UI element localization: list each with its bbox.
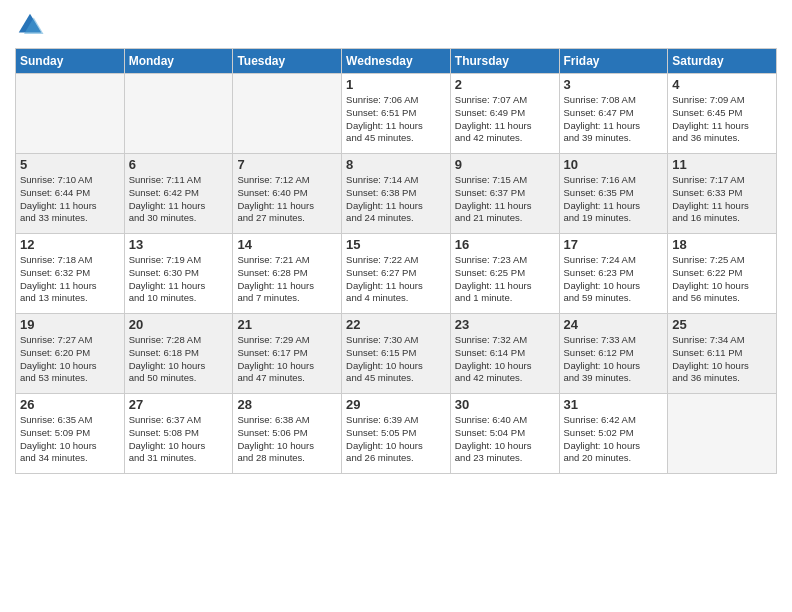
cell-info: Sunrise: 7:27 AM Sunset: 6:20 PM Dayligh… [20, 334, 120, 385]
calendar-cell: 15Sunrise: 7:22 AM Sunset: 6:27 PM Dayli… [342, 234, 451, 314]
cell-info: Sunrise: 7:32 AM Sunset: 6:14 PM Dayligh… [455, 334, 555, 385]
calendar-cell: 3Sunrise: 7:08 AM Sunset: 6:47 PM Daylig… [559, 74, 668, 154]
logo-icon [15, 10, 45, 40]
day-number: 19 [20, 317, 120, 332]
weekday-header-friday: Friday [559, 49, 668, 74]
calendar-cell: 30Sunrise: 6:40 AM Sunset: 5:04 PM Dayli… [450, 394, 559, 474]
cell-info: Sunrise: 7:12 AM Sunset: 6:40 PM Dayligh… [237, 174, 337, 225]
day-number: 22 [346, 317, 446, 332]
calendar-cell: 18Sunrise: 7:25 AM Sunset: 6:22 PM Dayli… [668, 234, 777, 314]
cell-info: Sunrise: 7:15 AM Sunset: 6:37 PM Dayligh… [455, 174, 555, 225]
calendar-cell: 13Sunrise: 7:19 AM Sunset: 6:30 PM Dayli… [124, 234, 233, 314]
cell-info: Sunrise: 7:10 AM Sunset: 6:44 PM Dayligh… [20, 174, 120, 225]
cell-info: Sunrise: 7:34 AM Sunset: 6:11 PM Dayligh… [672, 334, 772, 385]
calendar-cell: 10Sunrise: 7:16 AM Sunset: 6:35 PM Dayli… [559, 154, 668, 234]
calendar-header-row: SundayMondayTuesdayWednesdayThursdayFrid… [16, 49, 777, 74]
calendar-week-row: 26Sunrise: 6:35 AM Sunset: 5:09 PM Dayli… [16, 394, 777, 474]
page-header [15, 10, 777, 40]
cell-info: Sunrise: 7:16 AM Sunset: 6:35 PM Dayligh… [564, 174, 664, 225]
calendar-cell: 16Sunrise: 7:23 AM Sunset: 6:25 PM Dayli… [450, 234, 559, 314]
cell-info: Sunrise: 7:07 AM Sunset: 6:49 PM Dayligh… [455, 94, 555, 145]
day-number: 5 [20, 157, 120, 172]
day-number: 23 [455, 317, 555, 332]
day-number: 24 [564, 317, 664, 332]
cell-info: Sunrise: 7:11 AM Sunset: 6:42 PM Dayligh… [129, 174, 229, 225]
day-number: 2 [455, 77, 555, 92]
cell-info: Sunrise: 6:35 AM Sunset: 5:09 PM Dayligh… [20, 414, 120, 465]
cell-info: Sunrise: 7:25 AM Sunset: 6:22 PM Dayligh… [672, 254, 772, 305]
cell-info: Sunrise: 7:09 AM Sunset: 6:45 PM Dayligh… [672, 94, 772, 145]
weekday-header-saturday: Saturday [668, 49, 777, 74]
calendar-cell: 7Sunrise: 7:12 AM Sunset: 6:40 PM Daylig… [233, 154, 342, 234]
calendar-cell: 19Sunrise: 7:27 AM Sunset: 6:20 PM Dayli… [16, 314, 125, 394]
day-number: 25 [672, 317, 772, 332]
cell-info: Sunrise: 6:39 AM Sunset: 5:05 PM Dayligh… [346, 414, 446, 465]
calendar-week-row: 1Sunrise: 7:06 AM Sunset: 6:51 PM Daylig… [16, 74, 777, 154]
cell-info: Sunrise: 7:30 AM Sunset: 6:15 PM Dayligh… [346, 334, 446, 385]
day-number: 12 [20, 237, 120, 252]
day-number: 15 [346, 237, 446, 252]
cell-info: Sunrise: 6:42 AM Sunset: 5:02 PM Dayligh… [564, 414, 664, 465]
cell-info: Sunrise: 7:21 AM Sunset: 6:28 PM Dayligh… [237, 254, 337, 305]
cell-info: Sunrise: 6:38 AM Sunset: 5:06 PM Dayligh… [237, 414, 337, 465]
cell-info: Sunrise: 7:08 AM Sunset: 6:47 PM Dayligh… [564, 94, 664, 145]
day-number: 11 [672, 157, 772, 172]
day-number: 1 [346, 77, 446, 92]
calendar-cell: 24Sunrise: 7:33 AM Sunset: 6:12 PM Dayli… [559, 314, 668, 394]
cell-info: Sunrise: 7:18 AM Sunset: 6:32 PM Dayligh… [20, 254, 120, 305]
weekday-header-wednesday: Wednesday [342, 49, 451, 74]
day-number: 27 [129, 397, 229, 412]
calendar-table: SundayMondayTuesdayWednesdayThursdayFrid… [15, 48, 777, 474]
calendar-cell: 5Sunrise: 7:10 AM Sunset: 6:44 PM Daylig… [16, 154, 125, 234]
logo [15, 10, 49, 40]
calendar-week-row: 19Sunrise: 7:27 AM Sunset: 6:20 PM Dayli… [16, 314, 777, 394]
calendar-week-row: 5Sunrise: 7:10 AM Sunset: 6:44 PM Daylig… [16, 154, 777, 234]
calendar-cell [16, 74, 125, 154]
calendar-cell: 25Sunrise: 7:34 AM Sunset: 6:11 PM Dayli… [668, 314, 777, 394]
calendar-cell [233, 74, 342, 154]
calendar-cell: 9Sunrise: 7:15 AM Sunset: 6:37 PM Daylig… [450, 154, 559, 234]
calendar-cell [668, 394, 777, 474]
day-number: 28 [237, 397, 337, 412]
calendar-cell: 14Sunrise: 7:21 AM Sunset: 6:28 PM Dayli… [233, 234, 342, 314]
day-number: 13 [129, 237, 229, 252]
calendar-cell [124, 74, 233, 154]
day-number: 8 [346, 157, 446, 172]
day-number: 18 [672, 237, 772, 252]
day-number: 14 [237, 237, 337, 252]
day-number: 30 [455, 397, 555, 412]
calendar-cell: 31Sunrise: 6:42 AM Sunset: 5:02 PM Dayli… [559, 394, 668, 474]
calendar-cell: 28Sunrise: 6:38 AM Sunset: 5:06 PM Dayli… [233, 394, 342, 474]
day-number: 16 [455, 237, 555, 252]
calendar-cell: 12Sunrise: 7:18 AM Sunset: 6:32 PM Dayli… [16, 234, 125, 314]
weekday-header-sunday: Sunday [16, 49, 125, 74]
day-number: 3 [564, 77, 664, 92]
day-number: 20 [129, 317, 229, 332]
weekday-header-thursday: Thursday [450, 49, 559, 74]
day-number: 29 [346, 397, 446, 412]
cell-info: Sunrise: 7:33 AM Sunset: 6:12 PM Dayligh… [564, 334, 664, 385]
cell-info: Sunrise: 7:17 AM Sunset: 6:33 PM Dayligh… [672, 174, 772, 225]
calendar-cell: 6Sunrise: 7:11 AM Sunset: 6:42 PM Daylig… [124, 154, 233, 234]
calendar-cell: 17Sunrise: 7:24 AM Sunset: 6:23 PM Dayli… [559, 234, 668, 314]
day-number: 26 [20, 397, 120, 412]
cell-info: Sunrise: 7:14 AM Sunset: 6:38 PM Dayligh… [346, 174, 446, 225]
cell-info: Sunrise: 6:40 AM Sunset: 5:04 PM Dayligh… [455, 414, 555, 465]
calendar-cell: 27Sunrise: 6:37 AM Sunset: 5:08 PM Dayli… [124, 394, 233, 474]
day-number: 7 [237, 157, 337, 172]
day-number: 31 [564, 397, 664, 412]
calendar-week-row: 12Sunrise: 7:18 AM Sunset: 6:32 PM Dayli… [16, 234, 777, 314]
calendar-cell: 1Sunrise: 7:06 AM Sunset: 6:51 PM Daylig… [342, 74, 451, 154]
cell-info: Sunrise: 7:22 AM Sunset: 6:27 PM Dayligh… [346, 254, 446, 305]
calendar-cell: 4Sunrise: 7:09 AM Sunset: 6:45 PM Daylig… [668, 74, 777, 154]
cell-info: Sunrise: 6:37 AM Sunset: 5:08 PM Dayligh… [129, 414, 229, 465]
calendar-cell: 23Sunrise: 7:32 AM Sunset: 6:14 PM Dayli… [450, 314, 559, 394]
day-number: 6 [129, 157, 229, 172]
calendar-cell: 8Sunrise: 7:14 AM Sunset: 6:38 PM Daylig… [342, 154, 451, 234]
day-number: 4 [672, 77, 772, 92]
day-number: 17 [564, 237, 664, 252]
weekday-header-monday: Monday [124, 49, 233, 74]
cell-info: Sunrise: 7:06 AM Sunset: 6:51 PM Dayligh… [346, 94, 446, 145]
calendar-cell: 26Sunrise: 6:35 AM Sunset: 5:09 PM Dayli… [16, 394, 125, 474]
calendar-cell: 22Sunrise: 7:30 AM Sunset: 6:15 PM Dayli… [342, 314, 451, 394]
